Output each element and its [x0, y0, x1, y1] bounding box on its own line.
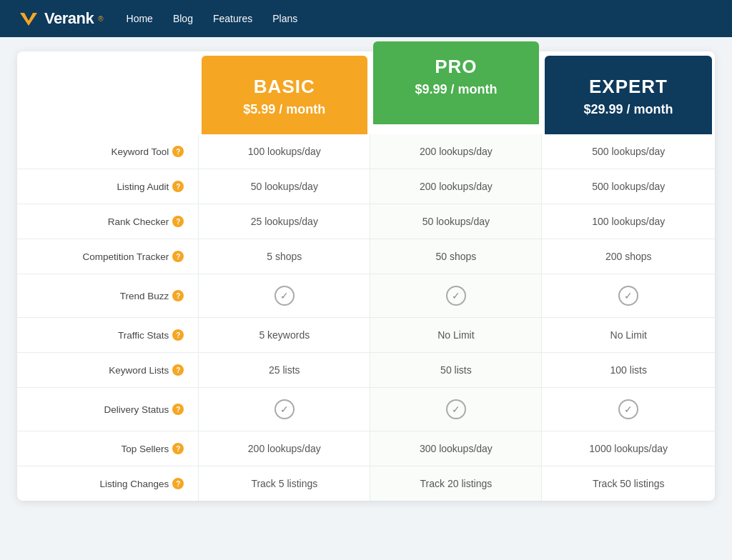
feature-value-cell: 500 lookups/day	[542, 134, 715, 169]
feature-value-cell: ✓	[199, 274, 370, 318]
features-body: Keyword Tool ? 100 lookups/day200 lookup…	[17, 134, 715, 501]
help-icon[interactable]: ?	[172, 364, 184, 376]
feature-label-text: Keyword Tool	[111, 146, 169, 157]
nav-plans[interactable]: Plans	[272, 13, 297, 24]
feature-value-cell: No Limit	[370, 318, 542, 353]
check-icon: ✓	[618, 399, 638, 419]
feature-row: Keyword Tool ? 100 lookups/day200 lookup…	[17, 134, 715, 169]
feature-value-cell: 1000 lookups/day	[542, 431, 715, 466]
pricing-table: BASIC $5.99 / month PRO $9.99 / month EX…	[17, 51, 715, 501]
nav-home[interactable]: Home	[127, 13, 153, 24]
feature-label-cell: Keyword Tool ?	[17, 134, 199, 169]
help-icon[interactable]: ?	[172, 251, 184, 262]
navbar: Verank ® Home Blog Features Plans	[0, 0, 732, 37]
check-icon: ✓	[446, 399, 466, 419]
check-icon: ✓	[274, 286, 295, 306]
feature-label-text: Keyword Lists	[109, 365, 169, 376]
basic-plan-header: BASIC $5.99 / month	[199, 51, 370, 134]
feature-col-header	[17, 51, 199, 134]
check-icon: ✓	[274, 399, 295, 419]
svg-marker-0	[20, 13, 37, 26]
feature-value-cell: 200 lookups/day	[199, 431, 370, 466]
feature-value-cell: 25 lookups/day	[199, 204, 370, 239]
feature-label-cell: Listing Changes ?	[17, 466, 199, 501]
expert-plan-price: $29.99 / month	[559, 102, 698, 117]
feature-value-cell: 25 lists	[199, 353, 370, 388]
feature-label-cell: Traffic Stats ?	[17, 318, 199, 353]
help-icon[interactable]: ?	[172, 181, 184, 192]
feature-row: Top Sellers ? 200 lookups/day300 lookups…	[17, 431, 715, 466]
logo-icon	[17, 7, 40, 30]
feature-value-cell: 5 keywords	[199, 318, 370, 353]
feature-label-cell: Delivery Status ?	[17, 388, 199, 431]
feature-label-cell: Trend Buzz ?	[17, 274, 199, 318]
pro-plan-name: PRO	[387, 56, 525, 78]
feature-row: Traffic Stats ? 5 keywordsNo LimitNo Lim…	[17, 318, 715, 353]
nav-blog[interactable]: Blog	[173, 13, 193, 24]
feature-value-cell: No Limit	[542, 318, 715, 353]
feature-label-text: Competition Tracker	[82, 251, 169, 262]
expert-plan-name: EXPERT	[559, 76, 698, 98]
feature-label-cell: Rank Checker ?	[17, 204, 199, 239]
basic-plan-card: BASIC $5.99 / month	[202, 56, 367, 134]
pricing-section: BASIC $5.99 / month PRO $9.99 / month EX…	[9, 37, 723, 515]
feature-label-text: Listing Changes	[99, 479, 169, 489]
feature-row: Delivery Status ? ✓✓✓	[17, 388, 715, 431]
feature-value-cell: 100 lists	[542, 353, 715, 388]
check-icon: ✓	[446, 286, 466, 306]
pro-plan-header: PRO $9.99 / month	[370, 51, 542, 134]
feature-value-cell: 300 lookups/day	[370, 431, 542, 466]
feature-label-cell: Competition Tracker ?	[17, 239, 199, 274]
help-icon[interactable]: ?	[172, 478, 184, 489]
brand-name: Verank	[44, 9, 94, 28]
feature-value-cell: 100 lookups/day	[199, 134, 370, 169]
help-icon[interactable]: ?	[172, 290, 184, 301]
brand-trademark: ®	[98, 15, 103, 23]
help-icon[interactable]: ?	[172, 443, 184, 454]
feature-row: Rank Checker ? 25 lookups/day50 lookups/…	[17, 204, 715, 239]
feature-row: Listing Audit ? 50 lookups/day200 lookup…	[17, 169, 715, 204]
feature-row: Listing Changes ? Track 5 listingsTrack …	[17, 466, 715, 501]
expert-plan-card: EXPERT $29.99 / month	[545, 56, 712, 134]
feature-value-cell: ✓	[542, 388, 715, 431]
feature-label-cell: Keyword Lists ?	[17, 353, 199, 388]
feature-row: Competition Tracker ? 5 shops50 shops200…	[17, 239, 715, 274]
feature-value-cell: 200 shops	[542, 239, 715, 274]
feature-value-cell: 50 lists	[370, 353, 542, 388]
basic-plan-name: BASIC	[216, 76, 353, 98]
feature-value-cell: 50 lookups/day	[199, 169, 370, 204]
plans-header-row: BASIC $5.99 / month PRO $9.99 / month EX…	[17, 51, 715, 134]
feature-value-cell: 5 shops	[199, 239, 370, 274]
feature-value-cell: 100 lookups/day	[542, 204, 715, 239]
help-icon[interactable]: ?	[172, 329, 184, 341]
feature-label-cell: Top Sellers ?	[17, 431, 199, 466]
feature-value-cell: Track 20 listings	[370, 466, 542, 501]
pro-plan-price: $9.99 / month	[387, 82, 525, 97]
feature-value-cell: ✓	[542, 274, 715, 318]
feature-value-cell: 200 lookups/day	[370, 134, 542, 169]
nav-links: Home Blog Features Plans	[127, 12, 298, 25]
feature-value-cell: 200 lookups/day	[370, 169, 542, 204]
nav-features[interactable]: Features	[213, 13, 252, 24]
feature-row: Trend Buzz ? ✓✓✓	[17, 274, 715, 318]
help-icon[interactable]: ?	[172, 216, 184, 227]
feature-row: Keyword Lists ? 25 lists50 lists100 list…	[17, 353, 715, 388]
feature-value-cell: 500 lookups/day	[542, 169, 715, 204]
feature-value-cell: 50 shops	[370, 239, 542, 274]
feature-label-text: Listing Audit	[117, 181, 169, 192]
help-icon[interactable]: ?	[172, 404, 184, 415]
feature-label-text: Top Sellers	[121, 444, 169, 454]
check-icon: ✓	[618, 286, 638, 306]
feature-value-cell: ✓	[199, 388, 370, 431]
feature-label-text: Delivery Status	[104, 404, 169, 415]
feature-value-cell: ✓	[370, 274, 542, 318]
logo[interactable]: Verank ®	[17, 7, 104, 30]
basic-plan-price: $5.99 / month	[216, 102, 353, 117]
pro-plan-card: PRO $9.99 / month	[373, 41, 539, 124]
feature-label-text: Trend Buzz	[120, 291, 169, 301]
expert-plan-header: EXPERT $29.99 / month	[542, 51, 715, 134]
feature-value-cell: Track 50 listings	[542, 466, 715, 501]
feature-value-cell: ✓	[370, 388, 542, 431]
help-icon[interactable]: ?	[172, 146, 184, 157]
feature-value-cell: 50 lookups/day	[370, 204, 542, 239]
